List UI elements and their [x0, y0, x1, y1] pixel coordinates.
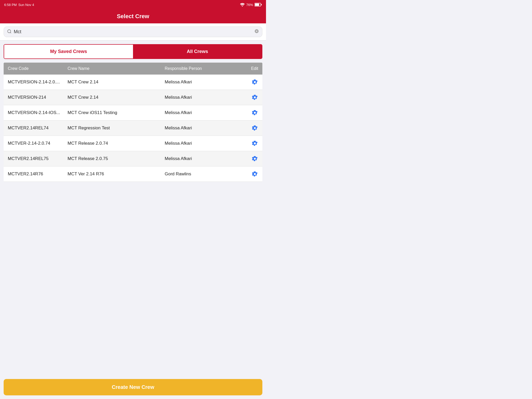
page-title: Select Crew: [117, 13, 149, 19]
edit-gear-icon[interactable]: [237, 125, 258, 131]
edit-gear-icon[interactable]: [237, 79, 258, 85]
cell-crew-name: MCT Release 2.0.74: [68, 141, 165, 146]
search-icon: [7, 29, 12, 35]
tab-all-crews[interactable]: All Crews: [133, 45, 262, 58]
tab-my-saved-crews[interactable]: My Saved Crews: [4, 45, 133, 58]
battery-percent: 76%: [246, 3, 253, 7]
cell-responsible-person: Gord Rawlins: [165, 171, 237, 177]
edit-gear-icon[interactable]: [237, 94, 258, 101]
cell-crew-name: MCT Crew 2.14: [68, 95, 165, 100]
edit-gear-icon[interactable]: [237, 171, 258, 177]
cell-responsible-person: Melissa Afkari: [165, 95, 237, 100]
date-display: Sun Nov 4: [18, 3, 34, 7]
cell-crew-code: MCTVERSION-2.14-2.0....: [8, 79, 68, 85]
time-display: 6:58 PM: [4, 3, 17, 7]
edit-gear-icon[interactable]: [237, 155, 258, 162]
table-row[interactable]: MCTVERSION-2.14-2.0.... MCT Crew 2.14 Me…: [4, 75, 262, 90]
cell-crew-name: MCT Crew iOS11 Testing: [68, 110, 165, 115]
header-crew-code: Crew Code: [8, 66, 68, 71]
svg-rect-3: [255, 4, 259, 6]
status-bar: 6:58 PM Sun Nov 4 76%: [0, 0, 266, 9]
cell-crew-code: MCTVER-2.14-2.0.74: [8, 141, 68, 146]
svg-point-0: [242, 6, 243, 6]
edit-gear-icon[interactable]: [237, 140, 258, 147]
search-clear-button[interactable]: [254, 29, 259, 35]
cell-responsible-person: Melissa Afkari: [165, 141, 237, 146]
cell-responsible-person: Melissa Afkari: [165, 125, 237, 131]
svg-point-4: [8, 30, 11, 33]
table-row[interactable]: MCTVER2.14REL75 MCT Release 2.0.75 Melis…: [4, 151, 262, 167]
edit-gear-icon[interactable]: [237, 109, 258, 116]
table-row[interactable]: MCTVER-2.14-2.0.74 MCT Release 2.0.74 Me…: [4, 136, 262, 151]
table-row[interactable]: MCTVER2.14REL74 MCT Regression Test Meli…: [4, 121, 262, 136]
crew-table: Crew Code Crew Name Responsible Person E…: [4, 63, 262, 182]
cell-crew-code: MCTVER2.14REL75: [8, 156, 68, 161]
header-responsible-person: Responsible Person: [165, 66, 237, 71]
search-bar: [4, 26, 262, 37]
header-crew-name: Crew Name: [68, 66, 165, 71]
svg-line-5: [10, 32, 11, 33]
cell-crew-code: MCTVERSION-2.14-IOS...: [8, 110, 68, 115]
cell-crew-code: MCTVER2.14R76: [8, 171, 68, 177]
status-bar-left: 6:58 PM Sun Nov 4: [4, 3, 34, 7]
battery-icon: [255, 3, 262, 6]
cell-responsible-person: Melissa Afkari: [165, 110, 237, 115]
table-body: MCTVERSION-2.14-2.0.... MCT Crew 2.14 Me…: [4, 75, 262, 182]
cell-crew-name: MCT Release 2.0.75: [68, 156, 165, 161]
cell-crew-name: MCT Regression Test: [68, 125, 165, 131]
table-header: Crew Code Crew Name Responsible Person E…: [4, 63, 262, 75]
page-header: Select Crew: [0, 9, 266, 23]
table-row[interactable]: MCTVER2.14R76 MCT Ver 2.14 R76 Gord Rawl…: [4, 167, 262, 182]
cell-responsible-person: Melissa Afkari: [165, 156, 237, 161]
wifi-icon: [240, 3, 245, 6]
table-row[interactable]: MCTVERSION-2.14-IOS... MCT Crew iOS11 Te…: [4, 105, 262, 121]
cell-crew-code: MCTVERSION-214: [8, 95, 68, 100]
tab-switcher: My Saved Crews All Crews: [4, 44, 262, 59]
svg-rect-2: [261, 4, 262, 5]
cell-crew-name: MCT Ver 2.14 R76: [68, 171, 165, 177]
status-bar-right: 76%: [240, 3, 262, 7]
search-container: [0, 23, 266, 41]
table-row[interactable]: MCTVERSION-214 MCT Crew 2.14 Melissa Afk…: [4, 90, 262, 105]
cell-crew-name: MCT Crew 2.14: [68, 79, 165, 85]
search-input[interactable]: [14, 29, 252, 35]
cell-responsible-person: Melissa Afkari: [165, 79, 237, 85]
cell-crew-code: MCTVER2.14REL74: [8, 125, 68, 131]
header-edit: Edit: [237, 66, 258, 71]
